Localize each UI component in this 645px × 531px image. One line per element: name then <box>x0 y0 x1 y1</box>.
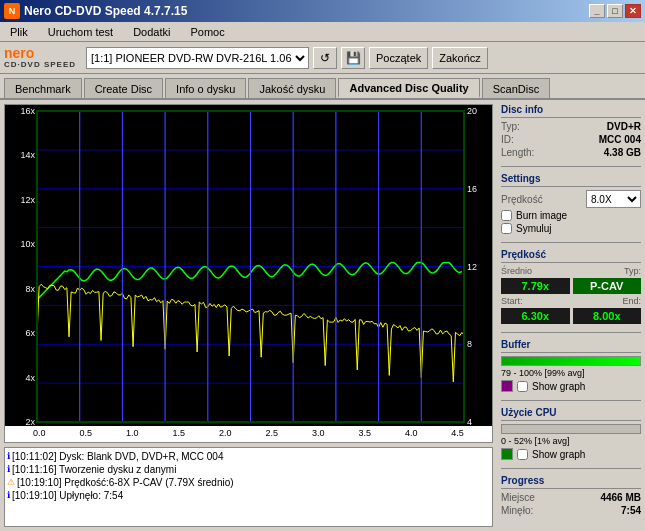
log-icon-info: ℹ <box>7 464 10 474</box>
log-entry: ⚠ [10:19:10] Prędkość:6-8X P-CAV (7.79X … <box>7 476 490 489</box>
start-value: 6.30x <box>501 308 570 324</box>
disc-id-label: ID: <box>501 134 514 145</box>
buffer-bar-container <box>501 356 641 366</box>
predkosc-title: Prędkość <box>501 249 641 263</box>
disc-length-label: Length: <box>501 147 534 158</box>
progress-section: Progress Miejsce 4466 MB Minęło: 7:54 <box>501 475 641 518</box>
close-button[interactable]: ✕ <box>625 4 641 18</box>
drive-select[interactable]: [1:1] PIONEER DVD-RW DVR-216L 1.06 <box>86 47 309 69</box>
log-text-1: [10:11:16] Tworzenie dysku z danymi <box>12 464 176 475</box>
start-label: Start: <box>501 296 523 306</box>
symuluj-checkbox[interactable] <box>501 223 512 234</box>
divider-5 <box>501 468 641 469</box>
nero-logo: nero CD·DVD SPEED <box>4 46 76 69</box>
cpu-show-graph-checkbox[interactable] <box>517 449 528 460</box>
tab-jakosc[interactable]: Jakość dysku <box>248 78 336 98</box>
tab-info[interactable]: Info o dysku <box>165 78 246 98</box>
minimize-button[interactable]: _ <box>589 4 605 18</box>
title-text: Nero CD-DVD Speed 4.7.7.15 <box>24 4 187 18</box>
chart-canvas <box>5 105 492 426</box>
maximize-button[interactable]: □ <box>607 4 623 18</box>
cpu-range: 0 - 52% [1% avg] <box>501 436 641 446</box>
menu-dodatki[interactable]: Dodatki <box>127 24 176 40</box>
x-label-6: 3.0 <box>312 428 325 442</box>
chart-container <box>5 105 492 426</box>
burn-image-label: Burn image <box>516 210 567 221</box>
buffer-color-indicator <box>501 380 513 392</box>
x-label-4: 2.0 <box>219 428 232 442</box>
buffer-show-graph-checkbox[interactable] <box>517 381 528 392</box>
buffer-bar-fill <box>502 357 640 365</box>
log-icon-info: ℹ <box>7 490 10 500</box>
chart-area: 0.0 0.5 1.0 1.5 2.0 2.5 3.0 3.5 4.0 4.5 <box>4 104 493 443</box>
log-text-0: [10:11:02] Dysk: Blank DVD, DVD+R, MCC 0… <box>12 451 223 462</box>
disc-id-row: ID: MCC 004 <box>501 134 641 145</box>
tabs: Benchmark Create Disc Info o dysku Jakoś… <box>0 74 645 100</box>
buffer-show-graph-label: Show graph <box>532 381 585 392</box>
settings-title: Settings <box>501 173 641 187</box>
nero-logo-sub: CD·DVD SPEED <box>4 60 76 69</box>
typ-value: P-CAV <box>573 278 642 294</box>
disc-type-row: Typ: DVD+R <box>501 121 641 132</box>
disc-length-value: 4.38 GB <box>604 147 641 158</box>
disc-info-section: Disc info Typ: DVD+R ID: MCC 004 Length:… <box>501 104 641 160</box>
refresh-button[interactable]: ↺ <box>313 47 337 69</box>
mine-row: Minęło: 7:54 <box>501 505 641 516</box>
x-axis: 0.0 0.5 1.0 1.5 2.0 2.5 3.0 3.5 4.0 4.5 <box>5 426 492 442</box>
menu-bar: Plik Uruchom test Dodatki Pomoc <box>0 22 645 42</box>
log-icon-warning: ⚠ <box>7 477 15 487</box>
x-label-7: 3.5 <box>358 428 371 442</box>
miejsce-row: Miejsce 4466 MB <box>501 492 641 503</box>
log-text-2: [10:19:10] Prędkość:6-8X P-CAV (7.79X śr… <box>17 477 234 488</box>
miejsce-value: 4466 MB <box>600 492 641 503</box>
app-icon: N <box>4 3 20 19</box>
typ-label: Typ: <box>624 266 641 276</box>
srednie-value: 7.79x <box>501 278 570 294</box>
save-button[interactable]: 💾 <box>341 47 365 69</box>
buffer-section: Buffer 79 - 100% [99% avg] Show graph <box>501 339 641 394</box>
miejsce-label: Miejsce <box>501 492 535 503</box>
cpu-show-graph-label: Show graph <box>532 449 585 460</box>
title-bar: N Nero CD-DVD Speed 4.7.7.15 _ □ ✕ <box>0 0 645 22</box>
x-label-1: 0.5 <box>79 428 92 442</box>
disc-id-value: MCC 004 <box>599 134 641 145</box>
menu-uruchom[interactable]: Uruchom test <box>42 24 119 40</box>
speed-select[interactable]: 8.0X 4.0X 6.0X 12.0X 16.0X <box>586 190 641 208</box>
x-label-8: 4.0 <box>405 428 418 442</box>
menu-pomoc[interactable]: Pomoc <box>184 24 230 40</box>
tab-scandisc[interactable]: ScanDisc <box>482 78 550 98</box>
main-content: 0.0 0.5 1.0 1.5 2.0 2.5 3.0 3.5 4.0 4.5 … <box>0 100 645 531</box>
divider-1 <box>501 166 641 167</box>
cpu-title: Użycie CPU <box>501 407 641 421</box>
mine-label: Minęło: <box>501 505 533 516</box>
progress-title: Progress <box>501 475 641 489</box>
disc-type-value: DVD+R <box>607 121 641 132</box>
disc-info-title: Disc info <box>501 104 641 118</box>
x-label-9: 4.5 <box>451 428 464 442</box>
disc-type-label: Typ: <box>501 121 520 132</box>
x-label-3: 1.5 <box>172 428 185 442</box>
symuluj-row: Symuluj <box>501 223 641 234</box>
nero-logo-text: nero <box>4 46 34 60</box>
tab-create-disc[interactable]: Create Disc <box>84 78 163 98</box>
log-entry: ℹ [10:11:02] Dysk: Blank DVD, DVD+R, MCC… <box>7 450 490 463</box>
settings-section: Settings Prędkość 8.0X 4.0X 6.0X 12.0X 1… <box>501 173 641 236</box>
cpu-show-graph-row: Show graph <box>501 448 641 460</box>
menu-plik[interactable]: Plik <box>4 24 34 40</box>
divider-4 <box>501 400 641 401</box>
predkosc-section: Prędkość Średnio Typ: 7.79x P-CAV Start:… <box>501 249 641 326</box>
end-button[interactable]: Zakończ <box>432 47 488 69</box>
log-icon-info: ℹ <box>7 451 10 461</box>
log-entry: ℹ [10:19:10] Upłynęło: 7:54 <box>7 489 490 502</box>
tab-benchmark[interactable]: Benchmark <box>4 78 82 98</box>
speed-row: Prędkość 8.0X 4.0X 6.0X 12.0X 16.0X <box>501 190 641 208</box>
buffer-show-graph-row: Show graph <box>501 380 641 392</box>
divider-2 <box>501 242 641 243</box>
cpu-color-indicator <box>501 448 513 460</box>
mine-value: 7:54 <box>621 505 641 516</box>
tab-advanced-disc-quality[interactable]: Advanced Disc Quality <box>338 78 479 98</box>
window-controls: _ □ ✕ <box>589 4 641 18</box>
divider-3 <box>501 332 641 333</box>
start-button[interactable]: Początek <box>369 47 428 69</box>
burn-image-checkbox[interactable] <box>501 210 512 221</box>
